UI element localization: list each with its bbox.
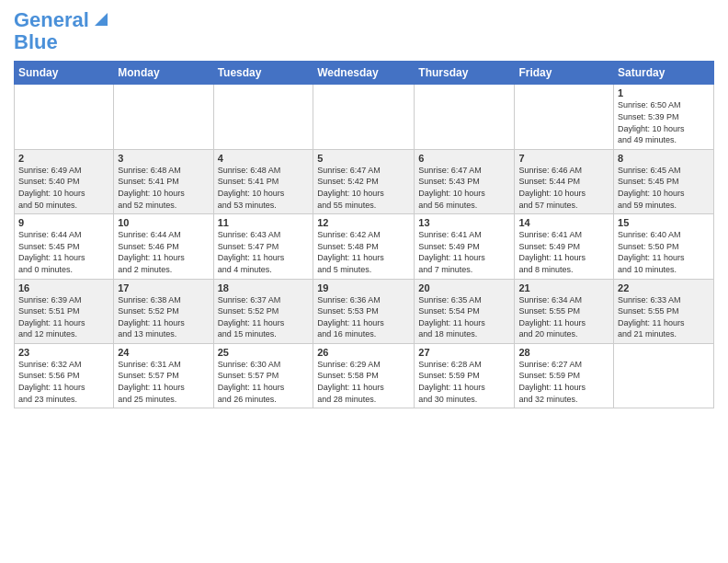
logo-blue: Blue bbox=[14, 31, 111, 53]
calendar-cell: 16Sunrise: 6:39 AM Sunset: 5:51 PM Dayli… bbox=[15, 279, 114, 343]
day-info: Sunrise: 6:47 AM Sunset: 5:43 PM Dayligh… bbox=[418, 165, 510, 211]
day-number: 2 bbox=[18, 153, 109, 164]
day-number: 21 bbox=[518, 282, 609, 293]
day-info: Sunrise: 6:46 AM Sunset: 5:44 PM Dayligh… bbox=[518, 165, 609, 211]
calendar-cell: 19Sunrise: 6:36 AM Sunset: 5:53 PM Dayli… bbox=[313, 279, 415, 343]
calendar-week-2: 9Sunrise: 6:44 AM Sunset: 5:45 PM Daylig… bbox=[15, 214, 714, 279]
calendar-cell: 14Sunrise: 6:41 AM Sunset: 5:49 PM Dayli… bbox=[515, 214, 614, 279]
logo-text: General bbox=[14, 9, 89, 31]
day-info: Sunrise: 6:50 AM Sunset: 5:39 PM Dayligh… bbox=[618, 99, 710, 145]
day-info: Sunrise: 6:42 AM Sunset: 5:48 PM Dayligh… bbox=[317, 229, 410, 275]
calendar-cell: 15Sunrise: 6:40 AM Sunset: 5:50 PM Dayli… bbox=[614, 214, 714, 279]
calendar-cell: 26Sunrise: 6:29 AM Sunset: 5:58 PM Dayli… bbox=[313, 343, 415, 408]
day-info: Sunrise: 6:38 AM Sunset: 5:52 PM Dayligh… bbox=[118, 294, 209, 340]
day-number: 17 bbox=[118, 282, 209, 293]
calendar-cell bbox=[213, 85, 313, 149]
day-number: 23 bbox=[18, 347, 109, 358]
day-info: Sunrise: 6:49 AM Sunset: 5:40 PM Dayligh… bbox=[18, 165, 109, 211]
day-info: Sunrise: 6:33 AM Sunset: 5:55 PM Dayligh… bbox=[618, 294, 710, 340]
day-number: 26 bbox=[317, 347, 410, 358]
day-info: Sunrise: 6:37 AM Sunset: 5:52 PM Dayligh… bbox=[218, 294, 310, 340]
day-number: 28 bbox=[518, 347, 609, 358]
day-info: Sunrise: 6:35 AM Sunset: 5:54 PM Dayligh… bbox=[418, 294, 510, 340]
day-number: 10 bbox=[118, 217, 209, 228]
calendar-cell bbox=[415, 85, 515, 149]
calendar-cell: 4Sunrise: 6:48 AM Sunset: 5:41 PM Daylig… bbox=[213, 149, 313, 213]
day-info: Sunrise: 6:32 AM Sunset: 5:56 PM Dayligh… bbox=[18, 359, 109, 405]
calendar-cell: 21Sunrise: 6:34 AM Sunset: 5:55 PM Dayli… bbox=[515, 279, 614, 343]
calendar-cell: 22Sunrise: 6:33 AM Sunset: 5:55 PM Dayli… bbox=[614, 279, 714, 343]
day-info: Sunrise: 6:36 AM Sunset: 5:53 PM Dayligh… bbox=[317, 294, 410, 340]
calendar-week-1: 2Sunrise: 6:49 AM Sunset: 5:40 PM Daylig… bbox=[15, 149, 714, 213]
calendar-header-row: SundayMondayTuesdayWednesdayThursdayFrid… bbox=[15, 62, 714, 85]
calendar-cell: 6Sunrise: 6:47 AM Sunset: 5:43 PM Daylig… bbox=[415, 149, 515, 213]
calendar-cell: 23Sunrise: 6:32 AM Sunset: 5:56 PM Dayli… bbox=[15, 343, 114, 408]
day-number: 19 bbox=[317, 282, 410, 293]
calendar-cell: 12Sunrise: 6:42 AM Sunset: 5:48 PM Dayli… bbox=[313, 214, 415, 279]
day-number: 8 bbox=[618, 153, 710, 164]
calendar-cell: 13Sunrise: 6:41 AM Sunset: 5:49 PM Dayli… bbox=[415, 214, 515, 279]
day-number: 18 bbox=[218, 282, 310, 293]
calendar-cell: 11Sunrise: 6:43 AM Sunset: 5:47 PM Dayli… bbox=[213, 214, 313, 279]
day-info: Sunrise: 6:44 AM Sunset: 5:46 PM Dayligh… bbox=[118, 229, 209, 275]
day-number: 24 bbox=[118, 347, 209, 358]
calendar-header-friday: Friday bbox=[515, 62, 614, 85]
day-number: 4 bbox=[218, 153, 310, 164]
calendar-week-4: 23Sunrise: 6:32 AM Sunset: 5:56 PM Dayli… bbox=[15, 343, 714, 408]
day-number: 12 bbox=[317, 217, 410, 228]
day-info: Sunrise: 6:40 AM Sunset: 5:50 PM Dayligh… bbox=[618, 229, 710, 275]
day-info: Sunrise: 6:43 AM Sunset: 5:47 PM Dayligh… bbox=[218, 229, 310, 275]
day-number: 9 bbox=[18, 217, 109, 228]
calendar-header-monday: Monday bbox=[114, 62, 213, 85]
calendar-cell: 20Sunrise: 6:35 AM Sunset: 5:54 PM Dayli… bbox=[415, 279, 515, 343]
calendar-cell: 3Sunrise: 6:48 AM Sunset: 5:41 PM Daylig… bbox=[114, 149, 213, 213]
calendar-cell: 1Sunrise: 6:50 AM Sunset: 5:39 PM Daylig… bbox=[614, 85, 714, 149]
calendar-cell: 17Sunrise: 6:38 AM Sunset: 5:52 PM Dayli… bbox=[114, 279, 213, 343]
calendar-cell bbox=[515, 85, 614, 149]
day-info: Sunrise: 6:28 AM Sunset: 5:59 PM Dayligh… bbox=[418, 359, 510, 405]
calendar-cell bbox=[614, 343, 714, 408]
calendar: SundayMondayTuesdayWednesdayThursdayFrid… bbox=[14, 61, 714, 408]
day-info: Sunrise: 6:31 AM Sunset: 5:57 PM Dayligh… bbox=[118, 359, 209, 405]
calendar-week-3: 16Sunrise: 6:39 AM Sunset: 5:51 PM Dayli… bbox=[15, 279, 714, 343]
day-info: Sunrise: 6:27 AM Sunset: 5:59 PM Dayligh… bbox=[518, 359, 609, 405]
day-number: 16 bbox=[18, 282, 109, 293]
day-info: Sunrise: 6:29 AM Sunset: 5:58 PM Dayligh… bbox=[317, 359, 410, 405]
day-info: Sunrise: 6:39 AM Sunset: 5:51 PM Dayligh… bbox=[18, 294, 109, 340]
day-info: Sunrise: 6:48 AM Sunset: 5:41 PM Dayligh… bbox=[218, 165, 310, 211]
day-number: 27 bbox=[418, 347, 510, 358]
calendar-header-saturday: Saturday bbox=[614, 62, 714, 85]
day-info: Sunrise: 6:41 AM Sunset: 5:49 PM Dayligh… bbox=[518, 229, 609, 275]
day-info: Sunrise: 6:44 AM Sunset: 5:45 PM Dayligh… bbox=[18, 229, 109, 275]
day-number: 11 bbox=[218, 217, 310, 228]
calendar-cell: 27Sunrise: 6:28 AM Sunset: 5:59 PM Dayli… bbox=[415, 343, 515, 408]
calendar-week-0: 1Sunrise: 6:50 AM Sunset: 5:39 PM Daylig… bbox=[15, 85, 714, 149]
day-number: 25 bbox=[218, 347, 310, 358]
logo-arrow-icon bbox=[91, 9, 111, 29]
day-number: 7 bbox=[518, 153, 609, 164]
day-info: Sunrise: 6:41 AM Sunset: 5:49 PM Dayligh… bbox=[418, 229, 510, 275]
calendar-cell bbox=[15, 85, 114, 149]
calendar-cell: 8Sunrise: 6:45 AM Sunset: 5:45 PM Daylig… bbox=[614, 149, 714, 213]
calendar-cell: 2Sunrise: 6:49 AM Sunset: 5:40 PM Daylig… bbox=[15, 149, 114, 213]
calendar-cell bbox=[313, 85, 415, 149]
calendar-cell: 25Sunrise: 6:30 AM Sunset: 5:57 PM Dayli… bbox=[213, 343, 313, 408]
calendar-cell: 5Sunrise: 6:47 AM Sunset: 5:42 PM Daylig… bbox=[313, 149, 415, 213]
calendar-header-thursday: Thursday bbox=[415, 62, 515, 85]
day-number: 6 bbox=[418, 153, 510, 164]
calendar-cell: 18Sunrise: 6:37 AM Sunset: 5:52 PM Dayli… bbox=[213, 279, 313, 343]
header: General Blue bbox=[14, 9, 714, 53]
day-info: Sunrise: 6:45 AM Sunset: 5:45 PM Dayligh… bbox=[618, 165, 710, 211]
day-number: 15 bbox=[618, 217, 710, 228]
day-number: 14 bbox=[518, 217, 609, 228]
day-number: 20 bbox=[418, 282, 510, 293]
logo: General Blue bbox=[14, 9, 111, 53]
svg-marker-0 bbox=[95, 13, 108, 26]
calendar-cell bbox=[114, 85, 213, 149]
page: General Blue SundayMondayTuesdayWednesda… bbox=[0, 0, 728, 563]
calendar-cell: 10Sunrise: 6:44 AM Sunset: 5:46 PM Dayli… bbox=[114, 214, 213, 279]
calendar-cell: 9Sunrise: 6:44 AM Sunset: 5:45 PM Daylig… bbox=[15, 214, 114, 279]
day-number: 3 bbox=[118, 153, 209, 164]
calendar-header-tuesday: Tuesday bbox=[213, 62, 313, 85]
day-number: 5 bbox=[317, 153, 410, 164]
